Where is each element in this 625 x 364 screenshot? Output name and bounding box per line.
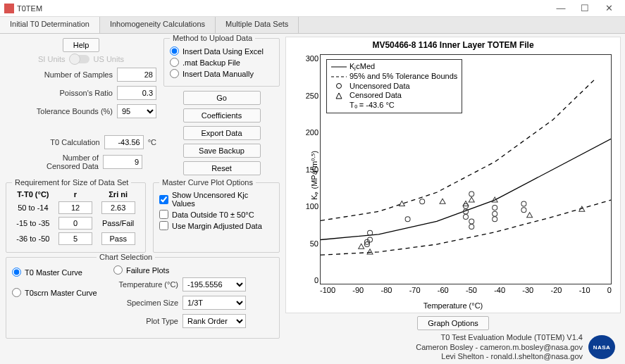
req-r1-s bbox=[101, 201, 135, 214]
graph-options-button[interactable]: Graph Options bbox=[417, 316, 489, 330]
chart-legend: KⱼcMed 95% and 5% Tolerance Bounds Uncen… bbox=[326, 59, 462, 113]
app-icon bbox=[4, 4, 14, 13]
legend-bounds: 95% and 5% Tolerance Bounds bbox=[349, 72, 457, 82]
temperature-label: Temperature (°C) bbox=[113, 280, 178, 289]
svg-point-6 bbox=[464, 214, 469, 219]
svg-point-15 bbox=[521, 208, 526, 213]
x-axis-label: Temperature (°C) bbox=[423, 301, 483, 310]
chart-sel-legend: Chart Selection bbox=[97, 253, 155, 261]
upload-mat-radio[interactable] bbox=[170, 58, 179, 67]
titlebar: T0TEM — ☐ ✕ bbox=[0, 0, 625, 17]
units-toggle[interactable] bbox=[70, 55, 89, 63]
tab-bar: Initial T0 Determination Inhomogeneity C… bbox=[0, 17, 625, 34]
legend-censored: Censored Data bbox=[349, 91, 402, 101]
req-passfail-label: Pass/Fail bbox=[97, 215, 140, 231]
svg-point-12 bbox=[493, 217, 497, 222]
data-outside-label: Data Outside T0 ± 50°C bbox=[172, 211, 254, 219]
show-uncensored-label: Show Uncensored Kjc Values bbox=[172, 191, 273, 208]
data-outside-check[interactable] bbox=[159, 210, 168, 219]
svg-marker-20 bbox=[440, 199, 445, 203]
legend-median: KⱼcMed bbox=[349, 62, 375, 72]
margin-adjusted-label: Use Margin Adjusted Data bbox=[172, 222, 262, 230]
save-backup-button[interactable]: Save Backup bbox=[183, 144, 261, 158]
plot-type-select[interactable]: Rank Order bbox=[182, 314, 246, 328]
svg-marker-18 bbox=[367, 249, 373, 254]
svg-marker-24 bbox=[527, 213, 533, 218]
legend-t0: T₀ = -43.6 °C bbox=[349, 101, 395, 111]
close-button[interactable]: ✕ bbox=[597, 1, 621, 16]
chart-area: MV50466-8 1146 Inner Layer TOTEM File Kᵩ… bbox=[285, 37, 621, 313]
req-r3-r[interactable] bbox=[58, 232, 92, 245]
export-data-button[interactable]: Export Data bbox=[183, 126, 261, 140]
footer: T0 Test Evaluation Module (T0TEM) V1.4 C… bbox=[285, 333, 621, 363]
upload-manual-radio[interactable] bbox=[170, 69, 179, 78]
legend-uncensored: Uncensored Data bbox=[349, 82, 410, 92]
t0calc-output bbox=[104, 135, 144, 149]
tab-multiple-data[interactable]: Multiple Data Sets bbox=[216, 17, 299, 33]
svg-point-10 bbox=[469, 219, 474, 224]
req-r1-range: 50 to -14 bbox=[12, 200, 54, 215]
num-samples-label: Number of Samples bbox=[44, 70, 113, 79]
t0calc-unit: °C bbox=[148, 138, 156, 146]
specimen-size-select[interactable]: 1/3T bbox=[182, 296, 246, 310]
nasa-logo-icon bbox=[588, 335, 615, 359]
upload-excel-label: Insert Data Using Excel bbox=[182, 47, 264, 56]
req-passfail-output bbox=[101, 232, 135, 245]
reset-button[interactable]: Reset bbox=[183, 161, 261, 175]
svg-point-4 bbox=[405, 217, 410, 222]
req-legend: Requirement for Size of Data Set bbox=[12, 178, 131, 187]
tolerance-label: Tolerance Bounds (%) bbox=[37, 107, 113, 115]
svg-marker-22 bbox=[469, 197, 474, 202]
svg-point-28 bbox=[337, 84, 342, 89]
minimize-button[interactable]: — bbox=[549, 1, 573, 16]
temperature-select[interactable]: -195.5556 bbox=[182, 277, 246, 291]
svg-marker-19 bbox=[399, 201, 404, 206]
svg-marker-17 bbox=[359, 244, 364, 249]
req-r1-r[interactable] bbox=[58, 201, 92, 214]
num-samples-input[interactable] bbox=[117, 68, 156, 82]
window-title: T0TEM bbox=[17, 4, 549, 13]
y-ticks: 300250200150100500 bbox=[303, 54, 318, 284]
si-units-label: SI Units bbox=[38, 55, 66, 63]
t0scrn-radio[interactable] bbox=[12, 288, 21, 297]
failure-plots-radio[interactable] bbox=[113, 265, 123, 275]
svg-point-16 bbox=[521, 201, 526, 206]
req-h3: Σri ni bbox=[97, 189, 140, 200]
t0-master-label: T0 Master Curve bbox=[25, 268, 82, 277]
tolerance-select[interactable]: 95 bbox=[117, 104, 156, 118]
req-r3-range: -36 to -50 bbox=[12, 231, 54, 246]
footer-line3: Levi Shelton - ronald.l.shelton@nasa.gov bbox=[416, 352, 583, 361]
upload-group: Method to Upload Data Insert Data Using … bbox=[163, 38, 280, 87]
upload-legend: Method to Upload Data bbox=[170, 34, 255, 42]
specimen-size-label: Specimen Size bbox=[113, 299, 178, 307]
censored-label: Number of Censored Data bbox=[42, 153, 99, 170]
t0scrn-label: T0scrn Master Curve bbox=[25, 289, 97, 297]
plot-type-label: Plot Type bbox=[113, 317, 178, 325]
svg-point-11 bbox=[469, 192, 474, 196]
margin-adjusted-check[interactable] bbox=[159, 221, 168, 230]
tab-initial-t0[interactable]: Initial T0 Determination bbox=[0, 17, 100, 33]
req-r2-r[interactable] bbox=[58, 217, 92, 230]
tab-inhomogeneity[interactable]: Inhomogeneity Calculations bbox=[100, 17, 216, 33]
chart-title: MV50466-8 1146 Inner Layer TOTEM File bbox=[286, 40, 620, 50]
t0calc-label: T0 Calculation bbox=[50, 138, 99, 146]
us-units-label: US Units bbox=[94, 55, 124, 63]
help-button[interactable]: Help bbox=[63, 38, 100, 52]
x-ticks: -100-90-80-70-60-50-40-30-20-100 bbox=[320, 286, 612, 294]
go-button[interactable]: Go bbox=[183, 91, 261, 105]
show-uncensored-check[interactable] bbox=[159, 195, 168, 204]
coefficients-button[interactable]: Coefficients bbox=[183, 108, 261, 123]
maximize-button[interactable]: ☐ bbox=[573, 1, 597, 16]
svg-point-9 bbox=[469, 225, 474, 230]
req-r2-range: -15 to -35 bbox=[12, 215, 54, 231]
svg-point-3 bbox=[368, 230, 373, 235]
svg-point-14 bbox=[493, 205, 497, 210]
t0-master-radio[interactable] bbox=[12, 268, 21, 277]
poisson-label: Poisson's Ratio bbox=[60, 89, 113, 97]
footer-line1: T0 Test Evaluation Module (T0TEM) V1.4 bbox=[416, 333, 583, 342]
failure-plots-label: Failure Plots bbox=[126, 266, 169, 275]
poisson-input[interactable] bbox=[117, 86, 156, 100]
req-table: T-T0 (°C)rΣri ni 50 to -14 -15 to -35Pas… bbox=[12, 189, 140, 246]
footer-line2: Cameron Bosley - cameron.m.bosley@nasa.g… bbox=[416, 343, 583, 352]
upload-excel-radio[interactable] bbox=[170, 46, 179, 56]
